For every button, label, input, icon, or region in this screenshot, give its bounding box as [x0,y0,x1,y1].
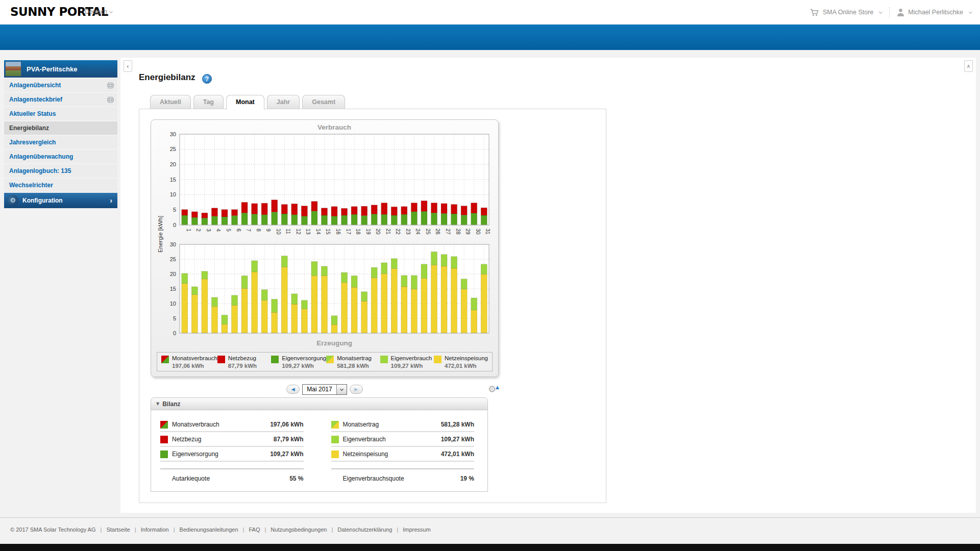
energy-chart-panel: Energie [kWh]Verbrauch051015202530123456… [151,119,499,377]
help-icon[interactable]: ? [202,74,212,84]
month-select[interactable]: Mai 2017 [302,384,347,395]
sidebar-item-anlagen-berwachung[interactable]: Anlagenüberwachung [4,150,117,163]
collapse-sidebar-button[interactable]: ‹ [124,60,132,72]
legend-color-icon [217,356,225,363]
tab-tag[interactable]: Tag [193,95,224,109]
legend-item-eigenverbrauch: Eigenverbrauch109,27 kWh [380,355,434,369]
balance-color-icon [331,436,339,443]
quote-label: Eigenverbrauchsquote [343,475,460,482]
svg-text:11: 11 [285,229,291,234]
chart-settings-button[interactable]: ⚙▲ [486,384,498,395]
sidebar-item-label: Aktueller Status [9,110,56,117]
balance-color-icon [160,436,168,443]
svg-text:17: 17 [346,229,352,235]
footer-link-datenschutzerkl-rung[interactable]: Datenschutzerklärung [337,527,392,533]
svg-text:14: 14 [315,229,322,235]
sidebar-item-label: Anlagensteckbrief [9,96,62,103]
sidebar-item-wechselrichter[interactable]: Wechselrichter [4,179,117,192]
sidebar-item-energiebilanz[interactable]: Energiebilanz [4,121,117,135]
footer-link-bedienungsanleitungen[interactable]: Bedienungsanleitungen [180,527,238,533]
legend-color-icon [380,356,388,363]
autarky-quote-row: Autarkiequote 55 % [160,469,304,488]
month-select-value: Mai 2017 [303,386,336,393]
svg-text:10: 10 [276,229,282,235]
balance-title: Bilanz [162,400,180,408]
svg-text:21: 21 [385,229,391,235]
language-selector[interactable]: Deutsch [85,8,112,15]
sidebar-item-label: Wechselrichter [9,182,53,189]
divider: | [174,527,175,533]
svg-text:15: 15 [170,286,176,292]
sidebar-item-anlagen-bersicht[interactable]: Anlagenübersicht [4,79,117,92]
next-month-button[interactable]: ▶ [350,385,363,394]
legend-color-icon [326,356,334,363]
month-select-dropdown-button[interactable] [336,385,347,394]
globe-icon [107,96,114,104]
footer-link-impressum[interactable]: Impressum [403,527,430,533]
balance-value: 581,28 kWh [441,421,474,428]
svg-text:18: 18 [355,229,361,235]
balance-row-monatsverbrauch: Monatsverbrauch197,06 kWh [160,417,304,432]
sidebar-item-aktueller-status[interactable]: Aktueller Status [4,107,117,120]
svg-text:4: 4 [215,229,222,232]
plant-header[interactable]: PVA-Perlitschke [4,60,117,78]
tab-monat[interactable]: Monat [226,95,264,110]
legend-label: Eigenverbrauch [391,355,432,362]
globe-icon [107,82,114,89]
footer-link-faq[interactable]: FAQ [249,527,260,533]
svg-text:20: 20 [170,271,176,277]
main-nav-banner [0,24,980,50]
sidebar-item-anlagenlogbuch-135[interactable]: Anlagenlogbuch: 135 [4,164,117,178]
footer-link-information[interactable]: Information [141,527,169,533]
legend-value: 109,27 kWh [282,363,326,369]
legend-label: Monatsertrag [337,355,372,362]
online-store-menu[interactable]: SMA Online Store [810,9,882,16]
plant-photo [5,61,21,77]
balance-header[interactable]: ▼ Bilanz [151,397,488,410]
user-menu[interactable]: Michael Perlitschke [897,8,972,16]
svg-text:26: 26 [435,229,441,235]
svg-text:1: 1 [186,229,192,232]
legend-label: Monatsverbrauch [172,355,217,362]
legend-item-eigenversorgung: Eigenversorgung109,27 kWh [271,355,326,369]
balance-color-icon [331,421,339,429]
footer-links: © 2017 SMA Solar Technology AG |Startsei… [10,527,431,533]
chevron-right-icon: › [110,196,112,205]
svg-text:10: 10 [170,300,176,307]
footer-link-startseite[interactable]: Startseite [106,527,130,533]
chevron-down-icon [109,10,113,13]
tab-gesamt[interactable]: Gesamt [302,95,345,109]
svg-text:30: 30 [170,131,176,137]
svg-text:5: 5 [226,229,232,232]
balance-right-column: Monatsertrag581,28 kWhEigenverbrauch109,… [331,417,475,491]
balance-color-icon [160,450,168,458]
tab-aktuell[interactable]: Aktuell [150,95,191,109]
legend-item-monatsertrag: Monatsertrag581,28 kWh [326,355,380,369]
svg-text:27: 27 [445,229,451,235]
balance-label: Monatsverbrauch [172,421,266,428]
footer: © 2017 SMA Solar Technology AG |Startsei… [0,517,980,544]
sidebar-item-anlagensteckbrief[interactable]: Anlagensteckbrief [4,93,117,106]
sidebar-item-jahresvergleich[interactable]: Jahresvergleich [4,136,117,149]
legend-value: 109,27 kWh [391,363,432,369]
tab-jahr[interactable]: Jahr [267,95,300,109]
svg-text:25: 25 [170,146,176,152]
svg-text:10: 10 [170,191,176,197]
svg-text:30: 30 [170,241,176,247]
previous-month-button[interactable]: ◀ [286,385,300,394]
sidebar-item-konfiguration[interactable]: ⚙ Konfiguration › [4,193,117,208]
sidebar-item-label: Anlagenlogbuch: 135 [9,167,71,174]
legend-value: 87,79 kWh [228,363,257,369]
svg-text:20: 20 [170,161,176,167]
collapse-panel-button[interactable]: ∧ [964,60,973,72]
svg-text:9: 9 [265,229,272,232]
legend-color-icon [271,356,279,363]
plant-name: PVA-Perlitschke [27,65,77,73]
legend-color-icon [434,356,442,363]
footer-link-nutzungsbedingungen[interactable]: Nutzungsbedingungen [271,527,327,533]
svg-text:12: 12 [296,229,302,235]
copyright-text: © 2017 SMA Solar Technology AG [10,527,96,533]
svg-text:20: 20 [375,229,381,235]
svg-text:15: 15 [325,229,331,235]
legend-value: 472,01 kWh [445,363,488,369]
